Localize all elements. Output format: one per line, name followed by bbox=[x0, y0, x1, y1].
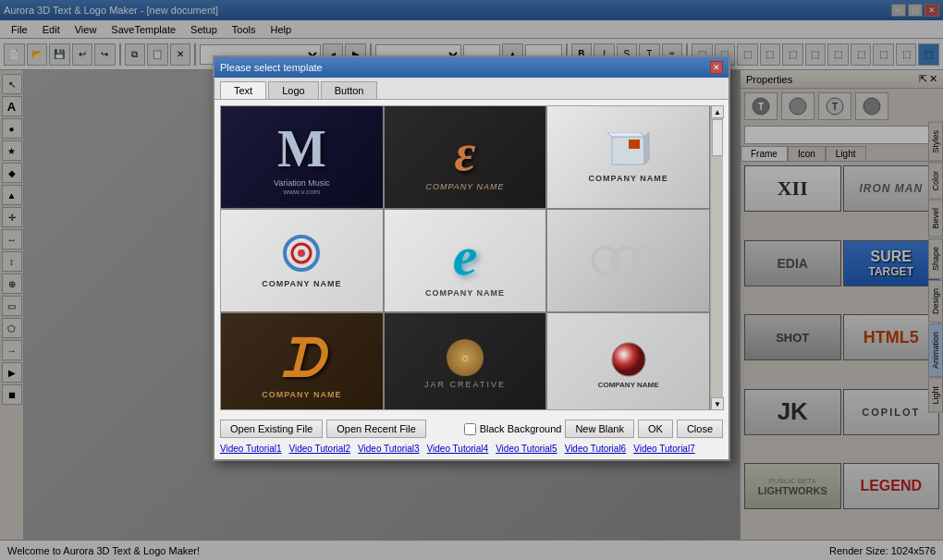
template-item-3[interactable]: COMPANY NAME bbox=[547, 106, 709, 208]
template-item-1[interactable]: M Variation Music www.v.com bbox=[221, 106, 383, 208]
modal-title: Please select template bbox=[220, 62, 323, 73]
tpl-label-9: COMPANY NAME bbox=[598, 381, 659, 389]
open-recent-button[interactable]: Open Recent File bbox=[326, 420, 426, 438]
black-bg-text: Black Background bbox=[480, 423, 562, 434]
tpl-letter-e: ε bbox=[455, 123, 476, 182]
template-item-7[interactable]: ᗪ COMPANY NAME bbox=[221, 313, 383, 410]
template-item-6[interactable] bbox=[547, 210, 709, 311]
tpl-ball-svg bbox=[606, 339, 652, 381]
template-grid-container: M Variation Music www.v.com ε COMPANY NA… bbox=[220, 105, 723, 410]
tpl-img-4: COMPANY NAME bbox=[221, 210, 383, 311]
video-link-6[interactable]: Video Tutorial6 bbox=[565, 444, 627, 454]
tpl-sublabel-1: www.v.com bbox=[283, 188, 320, 196]
video-link-2[interactable]: Video Tutorial2 bbox=[289, 444, 351, 454]
tpl-label-4: COMPANY NAME bbox=[262, 279, 341, 288]
ok-button[interactable]: OK bbox=[638, 420, 673, 438]
black-bg-label[interactable]: Black Background bbox=[464, 423, 562, 435]
close-modal-button[interactable]: Close bbox=[677, 420, 723, 438]
new-blank-button[interactable]: New Blank bbox=[565, 420, 634, 438]
modal-footer-right: Black Background New Blank OK Close bbox=[464, 420, 723, 438]
tpl-img-7: ᗪ COMPANY NAME bbox=[221, 313, 383, 410]
tpl-letter-m: M bbox=[277, 119, 326, 178]
template-scrollbar: ▲ ▼ bbox=[710, 105, 723, 410]
scroll-track[interactable] bbox=[711, 118, 723, 397]
template-item-5[interactable]: e COMPANY NAME bbox=[385, 210, 546, 311]
black-bg-checkbox[interactable] bbox=[464, 423, 476, 435]
modal-tabs: Text Logo Button bbox=[214, 78, 729, 100]
modal-title-bar: Please select template ✕ bbox=[214, 57, 729, 78]
modal-tab-button[interactable]: Button bbox=[321, 81, 378, 99]
svg-point-16 bbox=[612, 343, 645, 376]
tpl-img-1: M Variation Music www.v.com bbox=[221, 106, 383, 208]
tpl-label-1: Variation Music bbox=[274, 178, 330, 188]
tpl-img-5: e COMPANY NAME bbox=[385, 210, 546, 311]
modal-tab-logo[interactable]: Logo bbox=[268, 81, 318, 99]
video-link-3[interactable]: Video Tutorial3 bbox=[358, 444, 420, 454]
video-link-5[interactable]: Video Tutorial5 bbox=[496, 444, 557, 454]
tpl-circle-svg bbox=[274, 233, 329, 279]
modal-tab-text[interactable]: Text bbox=[220, 81, 266, 99]
video-link-1[interactable]: Video Tutorial1 bbox=[220, 444, 282, 454]
template-grid: M Variation Music www.v.com ε COMPANY NA… bbox=[220, 105, 723, 410]
scroll-down-button[interactable]: ▼ bbox=[711, 397, 724, 410]
template-item-9[interactable]: COMPANY NAME bbox=[547, 313, 709, 410]
scroll-up-button[interactable]: ▲ bbox=[711, 105, 724, 118]
tpl-label-5: COMPANY NAME bbox=[425, 288, 505, 298]
tpl-label-2: COMPANY NAME bbox=[425, 182, 504, 191]
template-modal: Please select template ✕ Text Logo Butto… bbox=[213, 55, 730, 461]
template-item-2[interactable]: ε COMPANY NAME bbox=[385, 106, 546, 208]
video-link-4[interactable]: Video Tutorial4 bbox=[427, 444, 489, 454]
video-link-7[interactable]: Video Tutorial7 bbox=[633, 444, 695, 454]
tpl-sphere: ○ bbox=[447, 339, 484, 376]
tpl-label-7: COMPANY NAME bbox=[262, 390, 341, 399]
svg-point-12 bbox=[298, 250, 305, 257]
tpl-cube-svg bbox=[603, 132, 654, 174]
modal-body: M Variation Music www.v.com ε COMPANY NA… bbox=[214, 100, 729, 416]
tpl-img-3: COMPANY NAME bbox=[547, 106, 709, 208]
tpl-rings-svg bbox=[592, 242, 666, 279]
tpl-letter-d: ᗪ bbox=[280, 329, 323, 390]
template-item-8[interactable]: ○ JAR CREATIVE bbox=[385, 313, 546, 410]
modal-overlay: Please select template ✕ Text Logo Butto… bbox=[0, 0, 943, 560]
tpl-img-2: ε COMPANY NAME bbox=[385, 106, 546, 208]
open-existing-button[interactable]: Open Existing File bbox=[220, 420, 323, 438]
svg-marker-7 bbox=[607, 132, 644, 137]
tpl-label-3: COMPANY NAME bbox=[589, 174, 668, 183]
tpl-letter-e2: e bbox=[453, 225, 478, 288]
template-item-4[interactable]: COMPANY NAME bbox=[221, 210, 383, 311]
modal-links: Video Tutorial1 Video Tutorial2 Video Tu… bbox=[214, 442, 729, 459]
scroll-thumb[interactable] bbox=[712, 119, 723, 156]
modal-footer: Open Existing File Open Recent File Blac… bbox=[214, 416, 729, 442]
svg-rect-9 bbox=[629, 140, 640, 149]
tpl-label-8: JAR CREATIVE bbox=[424, 380, 506, 389]
modal-close-button[interactable]: ✕ bbox=[710, 61, 723, 74]
modal-footer-left: Open Existing File Open Recent File bbox=[220, 420, 426, 438]
tpl-img-8: ○ JAR CREATIVE bbox=[385, 313, 546, 410]
svg-marker-8 bbox=[644, 132, 649, 164]
tpl-img-9: COMPANY NAME bbox=[547, 313, 709, 410]
tpl-img-6 bbox=[547, 210, 709, 311]
